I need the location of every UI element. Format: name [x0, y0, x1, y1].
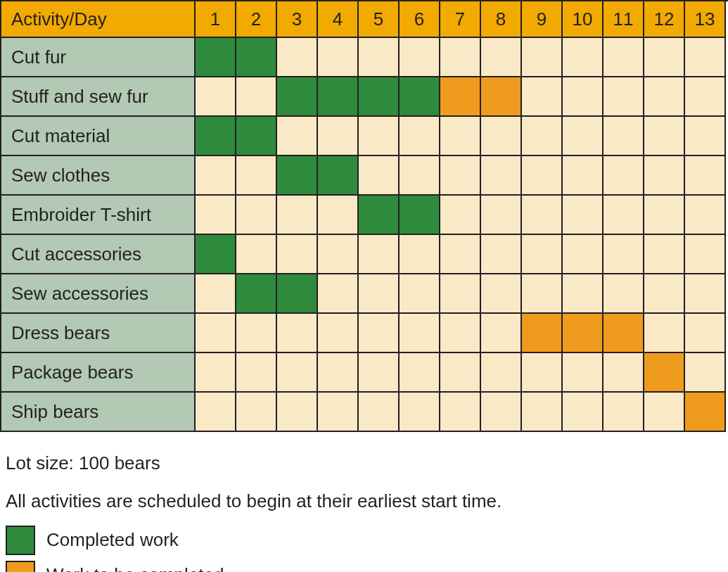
gantt-cell: [481, 156, 522, 196]
gantt-cell: [604, 235, 644, 274]
gantt-cell: [318, 77, 359, 117]
gantt-cell: [236, 117, 277, 156]
gantt-cell: [440, 353, 481, 393]
legend-completed-label: Completed work: [46, 526, 179, 554]
gantt-cell: [481, 196, 522, 235]
gantt-cell: [236, 393, 277, 432]
gantt-cell: [196, 156, 236, 196]
gantt-cell: [440, 235, 481, 274]
gantt-cell: [522, 196, 563, 235]
header-day-7: 7: [440, 1, 481, 38]
gantt-cell: [318, 393, 359, 432]
gantt-cell: [318, 314, 359, 353]
gantt-cell: [318, 196, 359, 235]
gantt-cell: [236, 235, 277, 274]
gantt-cell: [563, 274, 604, 314]
gantt-cell: [644, 117, 685, 156]
activity-label: Embroider T-shirt: [1, 196, 196, 235]
gantt-cell: [604, 38, 644, 77]
gantt-cell: [277, 235, 318, 274]
gantt-cell: [440, 314, 481, 353]
gantt-cell: [685, 235, 726, 274]
gantt-cell: [440, 274, 481, 314]
gantt-cell: [359, 196, 400, 235]
gantt-cell: [644, 235, 685, 274]
activity-label: Sew clothes: [1, 156, 196, 196]
header-day-4: 4: [318, 1, 359, 38]
activity-label: Stuff and sew fur: [1, 77, 196, 117]
gantt-cell: [277, 393, 318, 432]
gantt-cell: [481, 314, 522, 353]
gantt-cell: [604, 156, 644, 196]
activity-row: Sew clothes: [1, 156, 728, 196]
gantt-cell: [563, 117, 604, 156]
gantt-cell: [359, 314, 400, 353]
gantt-cell: [318, 235, 359, 274]
gantt-cell: [236, 353, 277, 393]
gantt-cell: [277, 353, 318, 393]
gantt-cell: [685, 117, 726, 156]
gantt-cell: [318, 274, 359, 314]
gantt-cell: [196, 235, 236, 274]
activity-row: Cut accessories: [1, 235, 728, 274]
header-day-12: 12: [644, 1, 685, 38]
gantt-cell: [359, 77, 400, 117]
gantt-cell: [685, 38, 726, 77]
header-day-11: 11: [604, 1, 644, 38]
gantt-cell: [400, 77, 440, 117]
activity-label: Ship bears: [1, 393, 196, 432]
lot-size-text: Lot size: 100 bears: [6, 449, 722, 477]
gantt-cell: [318, 156, 359, 196]
activity-label: Cut material: [1, 117, 196, 156]
gantt-cell: [481, 77, 522, 117]
gantt-cell: [522, 156, 563, 196]
header-day-10: 10: [563, 1, 604, 38]
gantt-cell: [481, 393, 522, 432]
gantt-cell: [196, 196, 236, 235]
gantt-cell: [644, 156, 685, 196]
gantt-cell: [685, 314, 726, 353]
schedule-note-text: All activities are scheduled to begin at…: [6, 487, 722, 515]
gantt-cell: [400, 314, 440, 353]
header-day-13: 13: [685, 1, 726, 38]
gantt-cell: [685, 77, 726, 117]
legend-pending: Work to be completed: [6, 561, 722, 572]
gantt-cell: [359, 235, 400, 274]
gantt-cell: [196, 274, 236, 314]
gantt-cell: [522, 353, 563, 393]
gantt-cell: [644, 353, 685, 393]
gantt-cell: [277, 156, 318, 196]
gantt-cell: [400, 38, 440, 77]
gantt-cell: [236, 274, 277, 314]
gantt-cell: [481, 117, 522, 156]
gantt-cell: [318, 353, 359, 393]
gantt-cell: [359, 353, 400, 393]
gantt-cell: [196, 117, 236, 156]
activity-label: Cut fur: [1, 38, 196, 77]
gantt-cell: [236, 77, 277, 117]
completed-swatch: [6, 526, 35, 555]
header-day-5: 5: [359, 1, 400, 38]
gantt-cell: [400, 274, 440, 314]
gantt-cell: [400, 393, 440, 432]
gantt-cell: [563, 38, 604, 77]
gantt-cell: [440, 393, 481, 432]
gantt-cell: [359, 393, 400, 432]
gantt-cell: [440, 117, 481, 156]
gantt-cell: [685, 196, 726, 235]
gantt-cell: [196, 393, 236, 432]
gantt-cell: [644, 38, 685, 77]
gantt-cell: [440, 156, 481, 196]
gantt-cell: [400, 196, 440, 235]
gantt-cell: [563, 77, 604, 117]
gantt-cell: [400, 156, 440, 196]
gantt-cell: [400, 117, 440, 156]
gantt-cell: [522, 38, 563, 77]
gantt-cell: [236, 156, 277, 196]
gantt-cell: [440, 38, 481, 77]
gantt-cell: [277, 274, 318, 314]
gantt-cell: [685, 274, 726, 314]
gantt-cell: [236, 38, 277, 77]
activity-label: Sew accessories: [1, 274, 196, 314]
header-activity-label: Activity/Day: [1, 1, 196, 38]
